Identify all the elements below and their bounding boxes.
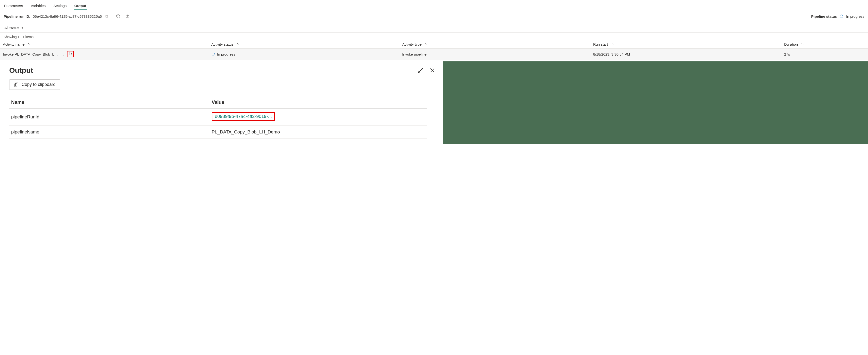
output-icon-highlight (67, 51, 74, 57)
kv-value-header: Value (210, 97, 427, 109)
activity-grid: Activity name Activity status Activity t… (0, 40, 868, 60)
row-duration: 27s (781, 49, 868, 60)
kv-value: PL_DATA_Copy_Blob_LH_Demo (210, 125, 427, 139)
row-start: 8/18/2023, 3:30:54 PM (590, 49, 781, 60)
col-activity-type[interactable]: Activity type (399, 40, 590, 49)
activity-name-text: Invoke PL_DATA_Copy_Blob_LH_De... (3, 52, 59, 56)
svg-point-4 (127, 15, 128, 16)
tab-settings[interactable]: Settings (53, 2, 67, 10)
tabs-bar: Parameters Variables Settings Output (0, 0, 868, 10)
svg-rect-1 (105, 15, 107, 17)
status-spinner-icon (839, 14, 844, 19)
kv-row: pipelineRunId d0989f9b-47ac-4ff2-9019-..… (9, 109, 427, 125)
tab-output[interactable]: Output (74, 2, 87, 10)
status-filter-label: All status (4, 26, 19, 30)
side-image-block (443, 61, 868, 144)
col-activity-status[interactable]: Activity status (208, 40, 399, 49)
items-count: Showing 1 - 1 items (0, 33, 868, 40)
output-kv-table: Name Value pipelineRunId d0989f9b-47ac-4… (9, 97, 427, 139)
run-id-label: Pipeline run ID: (4, 14, 30, 19)
row-status-spinner-icon (211, 52, 215, 56)
svg-rect-8 (14, 84, 17, 87)
output-icon[interactable] (68, 52, 72, 56)
chevron-down-icon: ▾ (22, 26, 23, 30)
status-filter-dropdown[interactable]: All status ▾ (0, 23, 868, 33)
kv-name: pipelineName (9, 125, 210, 139)
expand-icon[interactable] (417, 67, 424, 73)
output-panel: Output Copy to clipboard Name Value (0, 61, 443, 144)
tab-variables[interactable]: Variables (30, 2, 46, 10)
col-activity-status-label: Activity status (211, 42, 234, 46)
refresh-icon[interactable] (116, 14, 121, 19)
pipeline-status-value: In progress (846, 14, 864, 19)
kv-name-header: Name (9, 97, 210, 109)
run-info-bar: Pipeline run ID: 06e4213c-8a96-4125-ac87… (0, 10, 868, 23)
row-status-text: In progress (217, 52, 235, 56)
info-icon[interactable] (125, 14, 130, 19)
sort-icon (801, 42, 804, 45)
col-activity-type-label: Activity type (402, 42, 422, 46)
svg-rect-0 (106, 15, 108, 18)
sort-icon (27, 42, 31, 45)
sort-icon (611, 42, 614, 45)
svg-rect-7 (16, 83, 18, 86)
copy-to-clipboard-label: Copy to clipboard (22, 82, 56, 87)
sort-icon (237, 42, 240, 45)
col-duration-label: Duration (784, 42, 798, 46)
run-id-value: 06e4213c-8a96-4125-ac87-c673335225a5 (33, 14, 102, 19)
kv-name: pipelineRunId (9, 109, 210, 125)
copy-id-icon[interactable] (104, 14, 108, 18)
kv-value-link[interactable]: d0989f9b-47ac-4ff2-9019-... (215, 114, 272, 119)
clipboard-icon (14, 82, 19, 87)
table-row[interactable]: Invoke PL_DATA_Copy_Blob_LH_De... (0, 49, 868, 60)
row-type: Invoke pipeline (399, 49, 590, 60)
col-run-start-label: Run start (593, 42, 608, 46)
copy-to-clipboard-button[interactable]: Copy to clipboard (9, 79, 60, 90)
kv-value-highlight: d0989f9b-47ac-4ff2-9019-... (212, 112, 275, 121)
kv-row: pipelineName PL_DATA_Copy_Blob_LH_Demo (9, 125, 427, 139)
sort-icon (425, 42, 428, 45)
col-activity-name-label: Activity name (3, 42, 25, 46)
pipeline-status-label: Pipeline status (811, 14, 837, 19)
col-duration[interactable]: Duration (781, 40, 868, 49)
col-activity-name[interactable]: Activity name (0, 40, 208, 49)
col-run-start[interactable]: Run start (590, 40, 781, 49)
close-icon[interactable] (429, 67, 435, 73)
input-icon[interactable] (61, 52, 65, 56)
tab-parameters[interactable]: Parameters (4, 2, 24, 10)
output-panel-title: Output (9, 66, 33, 74)
